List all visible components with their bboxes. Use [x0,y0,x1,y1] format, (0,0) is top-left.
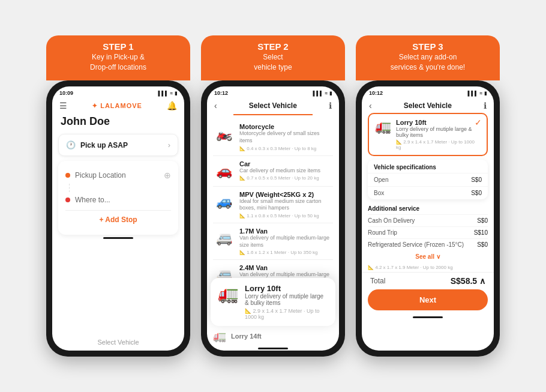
phone3-status-icons: ▌▌▌ ≈ ▮ [468,91,487,96]
battery-icon2: ▮ [329,91,332,96]
notification-bell-icon[interactable]: 🔔 [167,101,177,110]
total-row: Total S$58.5 ∧ [362,272,494,289]
phone1-frame: 10:09 ▌▌▌ ≈ ▮ ☰ ✦ LALAMOVE 🔔 John Doe [46,80,190,357]
mpv-name: MPV (Weight<25KG x 2) [239,191,333,198]
van17-info: 1.7M Van Van delivery of multiple medium… [239,228,333,255]
phone2-time: 10:12 [214,90,228,96]
lorry-larger-dims: 📐 4.2 x 1.7 x 1.9 Meter · Up to 2000 kg [362,263,494,272]
step1-badge: STEP 1 Key in Pick-up &Drop-off location… [46,35,190,81]
pickup-label: Pickup Location [75,171,159,179]
see-all-button[interactable]: See all ∨ [362,250,494,263]
signal-icon2: ▌▌▌ [313,91,323,96]
step1-number: STEP 1 [58,41,178,52]
signal-icon: ▌▌▌ [158,91,169,96]
step2-desc: Selectvehicle type [213,52,333,73]
lorry-popup-dims: 📐 2.9 x 1.4 x 1.7 Meter · Up to 1000 kg [245,308,328,320]
phone2-frame: 10:12 ▌▌▌ ≈ ▮ ‹ Select Vehicle ℹ [201,80,345,357]
pickup-dot-icon [65,173,70,178]
step1-desc: Key in Pick-up &Drop-off locations [58,52,178,73]
lorry-check-icon: ✓ [475,118,482,127]
schedule-label: Pick up ASAP [80,141,128,149]
refrigerated-label: Refrigerated Service (Frozen -15°C) [368,241,464,248]
signal-icon3: ▌▌▌ [468,91,478,96]
lorry-selected-name: Lorry 10ft [396,119,481,126]
schedule-row[interactable]: 🕐 Pick up ASAP › [58,134,178,156]
car-dims: 📐 0.7 x 0.5 x 0.5 Meter · Up to 20 kg [239,175,333,181]
van24-desc: Van delivery of multiple medium-large si… [239,271,333,278]
pickup-target-icon[interactable]: ⊕ [164,170,171,180]
lorry-selected-icon: 🚛 [375,119,391,134]
lorry-popup-icon: 🚛 [218,284,239,304]
roundtrip-price: S$10 [474,229,488,236]
phone1-status-bar: 10:09 ▌▌▌ ≈ ▮ [52,86,184,98]
select-vehicle-button[interactable]: Select Vehicle [52,339,184,346]
pickup-row[interactable]: Pickup Location ⊕ [65,167,171,184]
info-icon3[interactable]: ℹ [484,101,487,110]
step3-badge: STEP 3 Select any add-onservices & you'r… [356,35,500,81]
step2-card: STEP 2 Selectvehicle type 10:12 ▌▌▌ ≈ ▮ … [201,35,345,357]
roundtrip-label: Round Trip [368,229,397,236]
cod-price: S$0 [477,217,488,224]
next-button[interactable]: Next [368,289,488,310]
vehicle-item-motorcycle[interactable]: 🏍️ Motorcycle Motorcycle delivery of sma… [213,119,333,155]
phone2-status-icons: ▌▌▌ ≈ ▮ [313,91,332,96]
vehicle-item-car[interactable]: 🚗 Car Car delivery of medium size items … [213,156,333,187]
lorry14-name: Lorry 14ft [231,333,262,340]
vehicle-item-van17[interactable]: 🚐 1.7M Van Van delivery of multiple medi… [213,223,333,260]
phone3-frame: 10:12 ▌▌▌ ≈ ▮ ‹ Select Vehicle ℹ 🚛 [356,80,500,357]
mpv-dims: 📐 1.1 x 0.8 x 0.5 Meter · Up to 50 kg [239,213,333,219]
lorry-selected-desc: Lorry delivery of mutiple large & bulky … [396,126,481,138]
step3-desc: Select any add-onservices & you're done! [368,52,488,73]
lorry-selected-card[interactable]: 🚛 Lorry 10ft Lorry delivery of mutiple l… [368,113,488,156]
phone2-status-bar: 10:12 ▌▌▌ ≈ ▮ [207,86,339,98]
mpv-icon: 🚙 [216,194,232,210]
back-arrow-icon3[interactable]: ‹ [369,101,372,110]
step1-card: STEP 1 Key in Pick-up &Drop-off location… [46,35,190,357]
schedule-left: 🕐 Pick up ASAP [66,140,128,149]
location-divider [69,184,70,192]
cod-label: Cash On Delivery [368,217,415,224]
mpv-info: MPV (Weight<25KG x 2) Ideal for small me… [239,191,333,219]
title-underline [233,114,313,115]
van24-info: 2.4M Van Van delivery of multiple medium… [239,264,333,278]
wifi-icon2: ≈ [325,91,328,96]
user-name: John Doe [52,115,184,134]
spec-open-price: S$0 [471,176,482,183]
additional-roundtrip[interactable]: Round Trip S$10 [368,226,488,238]
van17-name: 1.7M Van [239,228,333,235]
where-to-label: Where to... [75,196,171,204]
wifi-icon: ≈ [170,91,173,96]
additional-cod[interactable]: Cash On Delivery S$0 [368,214,488,226]
step2-badge: STEP 2 Selectvehicle type [201,35,345,81]
phone2-screen: 10:12 ▌▌▌ ≈ ▮ ‹ Select Vehicle ℹ [207,86,339,351]
phone3-status-bar: 10:12 ▌▌▌ ≈ ▮ [362,86,494,98]
spec-row-open[interactable]: Open S$0 [368,173,488,186]
spec-row-box[interactable]: Box S$0 [368,186,488,199]
mpv-icon-box: 🚙 [213,191,235,213]
van24-icon-box: 🚐 [213,264,235,278]
vehicle-list: 🏍️ Motorcycle Motorcycle delivery of sma… [207,119,339,278]
lorry-selected-info: Lorry 10ft Lorry delivery of mutiple lar… [396,119,481,150]
additional-refrigerated[interactable]: Refrigerated Service (Frozen -15°C) S$0 [368,238,488,250]
additional-title: Additional service [368,203,488,214]
info-icon[interactable]: ℹ [329,101,332,110]
van24-name: 2.4M Van [239,264,333,271]
add-stop-button[interactable]: + Add Stop [65,210,171,229]
lorry-popup-row: 🚛 Lorry 10ft Lorry delivery of mutiple l… [218,284,328,320]
phone1-screen: 10:09 ▌▌▌ ≈ ▮ ☰ ✦ LALAMOVE 🔔 John Doe [52,86,184,351]
spec-open-label: Open [374,176,388,183]
back-arrow-icon[interactable]: ‹ [214,101,217,110]
dropoff-row[interactable]: Where to... [65,192,171,208]
phone1-time: 10:09 [59,90,73,96]
phone2-header: ‹ Select Vehicle ℹ [207,98,339,114]
lorry-popup[interactable]: 🚛 Lorry 10ft Lorry delivery of mutiple l… [211,278,335,326]
phone1-status-icons: ▌▌▌ ≈ ▮ [158,91,177,96]
lorry14-partial: 🚛 Lorry 14ft [207,326,339,345]
vehicle-item-mpv[interactable]: 🚙 MPV (Weight<25KG x 2) Ideal for small … [213,187,333,223]
location-card: Pickup Location ⊕ Where to... + Add Stop [58,161,178,235]
lalamove-logo: ✦ LALAMOVE [92,102,142,110]
vehicle-item-van24[interactable]: 🚐 2.4M Van Van delivery of multiple medi… [213,260,333,278]
hamburger-icon[interactable]: ☰ [59,101,67,110]
phone3-screen: 10:12 ▌▌▌ ≈ ▮ ‹ Select Vehicle ℹ 🚛 [362,86,494,351]
wifi-icon3: ≈ [480,91,482,96]
